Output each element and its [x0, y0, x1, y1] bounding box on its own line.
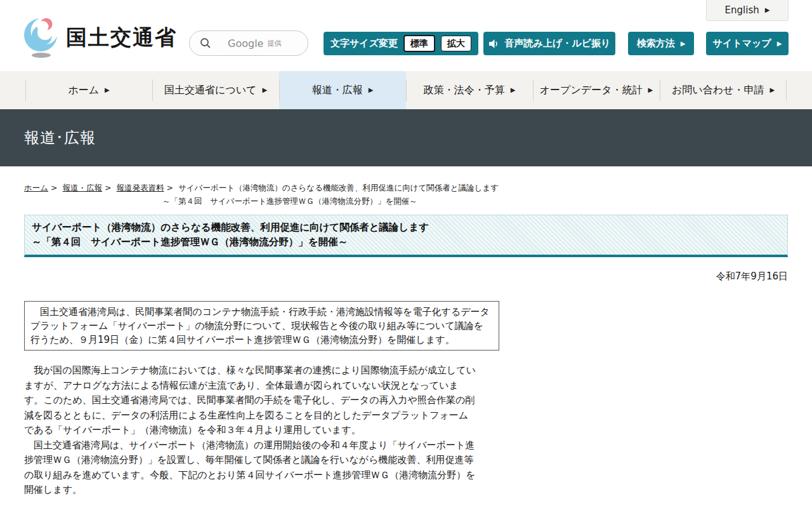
mlit-logo-link[interactable]: 国土交通省 [23, 17, 177, 58]
nav-item-contact[interactable]: お問い合わせ・申請 ▶ [660, 71, 787, 109]
search-icon [200, 37, 211, 49]
search-provider-suffix: 提供 [267, 39, 281, 48]
breadcrumb-link-home[interactable]: ホーム [24, 183, 48, 192]
article-paragraph-1: 我が国の国際海上コンテナ物流においては、様々な民間事業者の連携により国際物流手続… [24, 363, 477, 438]
voice-reading-button[interactable]: 音声読み上げ・ルビ振り [483, 32, 615, 55]
article-summary-box: 国土交通省港湾局は、民間事業者間のコンテナ物流手続・行政手続・港湾施設情報等を電… [24, 301, 499, 351]
breadcrumb-line1: ホーム> 報道・広報> 報道発表資料> サイバーポート（港湾物流）のさらなる機能… [24, 182, 788, 195]
nav-item-label: 国土交通省について [164, 84, 257, 97]
arrow-right-icon: ▶ [769, 87, 775, 93]
font-size-bar: 文字サイズ変更 標準 拡大 [324, 32, 478, 55]
breadcrumb-link-press[interactable]: 報道・広報 [63, 183, 103, 192]
speaker-icon [488, 39, 499, 49]
english-label: English [725, 4, 759, 16]
site-header: 国土交通省 Google 提供 文字サイズ変更 標準 拡大 音声読み上げ・ルビ振… [0, 0, 812, 71]
nav-item-about[interactable]: 国土交通省について ▶ [152, 71, 279, 109]
breadcrumb-current-line2: ～「第４回 サイバーポート進捗管理ＷＧ（港湾物流分野）」を開催～ [162, 195, 788, 208]
nav-item-label: ホーム [68, 84, 99, 97]
article-title-line1: サイバーポート（港湾物流）のさらなる機能改善、利用促進に向けて関係者と議論します [32, 220, 780, 235]
font-size-enlarge-button[interactable]: 拡大 [441, 36, 471, 51]
voice-reading-label: 音声読み上げ・ルビ振り [505, 37, 611, 50]
font-size-standard-button[interactable]: 標準 [403, 35, 435, 52]
arrow-right-icon: ▶ [681, 41, 686, 47]
logo-shadow [32, 53, 51, 58]
page-title: 報道･広報 [24, 128, 96, 148]
article-date: 令和7年9月16日 [24, 271, 788, 283]
breadcrumb-current: サイバーポート（港湾物流）のさらなる機能改善、利用促進に向けて関係者と議論します [178, 183, 499, 192]
arrow-right-icon: ▶ [648, 87, 653, 93]
main-content: ホーム> 報道・広報> 報道発表資料> サイバーポート（港湾物流）のさらなる機能… [0, 182, 812, 508]
search-method-label: 検索方法 [637, 37, 675, 50]
nav-item-label: 政策・法令・予算 [424, 84, 505, 97]
arrow-right-icon: ▶ [511, 87, 516, 93]
site-search-box[interactable]: Google 提供 [189, 30, 308, 56]
nav-item-label: 報道・広報 [312, 84, 363, 97]
breadcrumb-separator: > [167, 183, 173, 192]
arrow-right-icon: ▶ [369, 87, 374, 93]
english-button[interactable]: English ▶ [706, 0, 789, 21]
article-title-box: サイバーポート（港湾物流）のさらなる機能改善、利用促進に向けて関係者と議論します… [24, 215, 788, 257]
breadcrumb-link-press-releases[interactable]: 報道発表資料 [117, 183, 164, 192]
sitemap-button[interactable]: サイトマップ ▶ [706, 32, 789, 55]
arrow-right-icon: ▶ [105, 87, 110, 93]
search-method-button[interactable]: 検索方法 ▶ [628, 32, 694, 55]
arrow-right-icon: ▶ [777, 41, 782, 47]
article-paragraph-2: 国土交通省港湾局は、サイバーポート（港湾物流）の運用開始後の令和４年度より「サイ… [24, 438, 477, 498]
breadcrumb: ホーム> 報道・広報> 報道発表資料> サイバーポート（港湾物流）のさらなる機能… [24, 182, 788, 208]
nav-item-label: お問い合わせ・申請 [672, 84, 764, 97]
breadcrumb-separator: > [51, 183, 57, 192]
nav-item-label: オープンデータ・統計 [540, 84, 643, 97]
global-nav-inner: ホーム ▶ 国土交通省について ▶ 報道・広報 ▶ 政策・法令・予算 ▶ オープ… [25, 71, 787, 109]
breadcrumb-separator: > [105, 183, 111, 192]
nav-item-home[interactable]: ホーム ▶ [25, 71, 152, 109]
logo-text: 国土交通省 [66, 23, 177, 52]
arrow-right-icon: ▶ [765, 7, 770, 13]
nav-item-policy[interactable]: 政策・法令・予算 ▶ [406, 71, 533, 109]
font-size-label: 文字サイズ変更 [331, 37, 398, 50]
search-placeholder: Google [228, 37, 263, 50]
article-title-line2: ～「第４回 サイバーポート進捗管理ＷＧ（港湾物流分野）」を開催～ [32, 235, 780, 250]
sitemap-label: サイトマップ [713, 37, 771, 50]
arrow-right-icon: ▶ [262, 87, 267, 93]
nav-item-press[interactable]: 報道・広報 ▶ [279, 71, 406, 109]
article-body: 我が国の国際海上コンテナ物流においては、様々な民間事業者の連携により国際物流手続… [24, 363, 477, 498]
nav-item-opendata[interactable]: オープンデータ・統計 ▶ [533, 71, 660, 109]
global-nav: ホーム ▶ 国土交通省について ▶ 報道・広報 ▶ 政策・法令・予算 ▶ オープ… [0, 71, 812, 109]
mlit-logo-icon [23, 17, 61, 58]
page-title-band: 報道･広報 [0, 109, 812, 166]
